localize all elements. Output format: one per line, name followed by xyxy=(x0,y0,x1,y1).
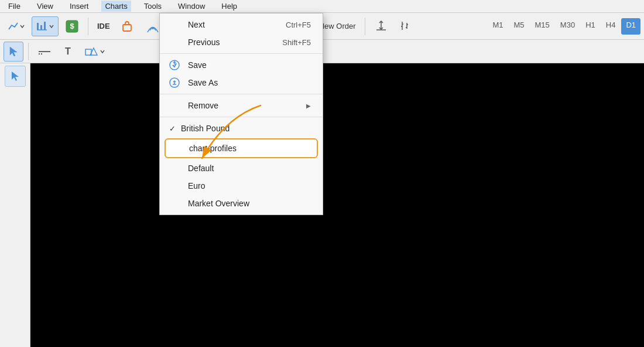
chevron-down-icon2 xyxy=(49,22,54,30)
sep5 xyxy=(28,43,29,60)
menu-item-euro-label: Euro xyxy=(188,181,205,190)
time-h1[interactable]: H1 xyxy=(581,18,600,35)
text-tool-icon: T xyxy=(62,46,74,57)
menu-window[interactable]: Window xyxy=(174,1,208,12)
new-order-label: New Order xyxy=(319,22,356,30)
menu-item-default[interactable]: Default xyxy=(160,159,323,177)
time-d1[interactable]: D1 xyxy=(621,18,640,35)
svg-rect-6 xyxy=(123,25,131,31)
ide-btn[interactable]: IDE xyxy=(93,16,114,36)
menu-item-british-pound[interactable]: British Pound xyxy=(160,120,323,137)
menu-item-british-pound-label: British Pound xyxy=(181,124,229,133)
bag-icon xyxy=(121,20,133,33)
sep4 xyxy=(365,18,365,35)
time-buttons-group: M1 M5 M15 M30 H1 H4 D1 xyxy=(488,18,640,35)
time-m15[interactable]: M15 xyxy=(530,18,554,35)
bar-chart-icon xyxy=(36,21,49,32)
menu-item-remove-label: Remove xyxy=(188,101,218,110)
svg-marker-28 xyxy=(10,47,17,56)
menu-item-market-overview-label: Market Overview xyxy=(188,199,249,208)
chart-area xyxy=(30,63,644,347)
shapes-chevron-icon xyxy=(100,47,105,56)
dollar-btn[interactable]: $ xyxy=(61,16,83,36)
time-m1[interactable]: M1 xyxy=(488,18,508,35)
save-icon xyxy=(169,59,180,71)
line-chart-icon xyxy=(8,21,19,32)
pointer-icon xyxy=(9,70,21,82)
remove-arrow-icon: ▶ xyxy=(306,103,311,109)
menu-charts[interactable]: Charts xyxy=(101,1,131,12)
bar-chart-btn[interactable] xyxy=(32,16,59,36)
menu-item-next-shortcut: Ctrl+F5 xyxy=(286,21,311,29)
bag-btn[interactable] xyxy=(117,16,138,36)
menu-item-euro[interactable]: Euro xyxy=(160,177,323,195)
svg-marker-34 xyxy=(12,72,19,81)
time-h4[interactable]: H4 xyxy=(601,18,621,35)
horizontal-line-icon xyxy=(37,46,52,57)
sep-after-prev xyxy=(160,53,323,54)
menu-view[interactable]: View xyxy=(33,1,57,12)
menu-insert[interactable]: Insert xyxy=(66,1,93,12)
horizontal-line-btn[interactable] xyxy=(33,42,56,62)
save-as-icon-area xyxy=(168,76,181,89)
menu-item-previous-shortcut: Shift+F5 xyxy=(282,38,311,47)
chevron-down-icon xyxy=(19,22,25,30)
save-icon-area xyxy=(168,59,181,72)
menu-file[interactable]: File xyxy=(5,1,24,12)
sep-after-remove xyxy=(160,117,323,117)
svg-text:$: $ xyxy=(70,22,74,30)
time-m5[interactable]: M5 xyxy=(509,18,529,35)
left-toolbar xyxy=(0,63,30,347)
menu-item-save[interactable]: Save xyxy=(160,56,323,74)
menu-item-save-label: Save xyxy=(188,60,207,70)
shapes-btn[interactable] xyxy=(80,42,109,62)
text-tool-btn[interactable]: T xyxy=(58,42,78,62)
save-as-icon xyxy=(169,77,180,89)
menu-item-next[interactable]: Next Ctrl+F5 xyxy=(160,16,323,33)
ide-label: IDE xyxy=(97,22,110,30)
menubar: File View Insert Charts Tools Window Hel… xyxy=(0,0,644,13)
menu-item-save-as-label: Save As xyxy=(188,78,218,87)
menu-item-market-overview[interactable]: Market Overview xyxy=(160,195,323,212)
line-chart-btn[interactable] xyxy=(4,16,29,36)
menu-item-chart-profiles-label: chart-profiles xyxy=(189,144,237,153)
menu-item-default-label: Default xyxy=(188,164,214,173)
charts-dropdown: Next Ctrl+F5 Previous Shift+F5 Save xyxy=(159,13,323,215)
svg-rect-2 xyxy=(44,22,46,30)
svg-rect-1 xyxy=(40,25,42,30)
sep-after-save xyxy=(160,94,323,94)
menu-item-save-as[interactable]: Save As xyxy=(160,74,323,91)
menu-item-chart-profiles[interactable]: chart-profiles xyxy=(165,138,318,158)
menu-help[interactable]: Help xyxy=(218,1,241,12)
svg-text:T: T xyxy=(65,46,71,56)
sep1 xyxy=(88,18,88,35)
ohlc-btn[interactable] xyxy=(395,16,417,36)
menu-item-next-label: Next xyxy=(188,20,205,29)
menu-item-remove[interactable]: Remove ▶ xyxy=(160,97,323,114)
ohlc-icon xyxy=(399,19,413,33)
svg-rect-0 xyxy=(37,23,39,30)
dollar-icon: $ xyxy=(65,19,79,34)
time-m30[interactable]: M30 xyxy=(556,18,580,35)
menu-tools[interactable]: Tools xyxy=(141,1,165,12)
cursor-tool-btn[interactable] xyxy=(4,42,23,62)
chart-arrows-btn[interactable] xyxy=(370,16,392,36)
pointer-tool[interactable] xyxy=(5,66,26,87)
charts-menu: Next Ctrl+F5 Previous Shift+F5 Save xyxy=(159,13,323,215)
chart-arrows-icon xyxy=(374,19,388,33)
menu-item-previous[interactable]: Previous Shift+F5 xyxy=(160,33,323,51)
shapes-icon xyxy=(84,46,98,57)
menu-item-previous-label: Previous xyxy=(188,38,220,47)
cursor-icon xyxy=(8,46,19,57)
